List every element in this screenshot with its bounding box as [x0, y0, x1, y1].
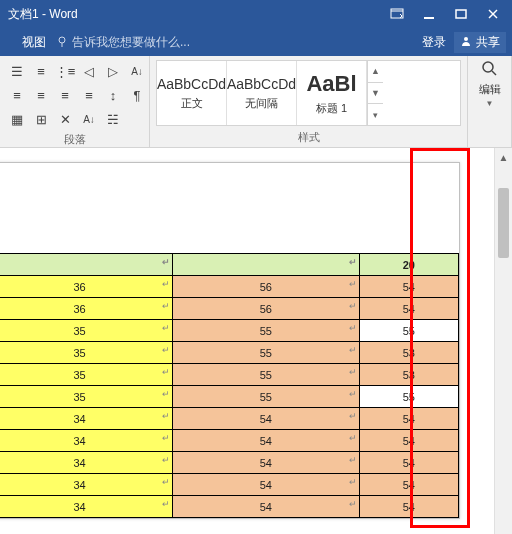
gallery-up-icon[interactable]: ▲ — [368, 61, 383, 83]
cell: 56↵ — [173, 276, 359, 298]
table-row: 538↵34↵54↵54 — [0, 496, 459, 518]
cell: 55↵ — [173, 364, 359, 386]
style-preview: AaBbCcDd — [157, 76, 226, 92]
cell: 54↵ — [173, 474, 359, 496]
borders-icon[interactable]: ⊞ — [30, 108, 52, 130]
line-spacing-icon[interactable]: ↕ — [102, 84, 124, 106]
share-label: 共享 — [476, 34, 500, 51]
edit-button[interactable]: 编辑 ▼ — [479, 60, 501, 108]
style-name: 无间隔 — [245, 96, 278, 111]
cell: 36↵ — [0, 276, 173, 298]
style-preview: AaBbCcDd — [227, 76, 296, 92]
vertical-scrollbar[interactable]: ▲ — [494, 148, 512, 534]
table-row: 539↵35↵55↵55 — [0, 320, 459, 342]
edit-label: 编辑 — [479, 82, 501, 97]
tell-me-placeholder: 告诉我您想要做什么... — [72, 34, 190, 51]
styles-gallery[interactable]: AaBbCcDd 正文 AaBbCcDd 无间隔 AaBl 标题 1 ▲ ▼ ▾ — [156, 60, 461, 126]
shading-icon[interactable]: ▦ — [6, 108, 28, 130]
table-row: 540↵36↵56↵54 — [0, 276, 459, 298]
share-button[interactable]: 共享 — [454, 32, 506, 53]
svg-point-6 — [59, 37, 65, 43]
styles-group-label: 样式 — [156, 128, 461, 145]
tabbar-right: 登录 共享 — [422, 32, 506, 53]
cell: 54↵ — [173, 430, 359, 452]
multilevel-icon[interactable]: ⋮≡ — [54, 60, 76, 82]
cell: 55↵ — [173, 342, 359, 364]
chevron-down-icon: ▼ — [486, 99, 494, 108]
style-preview: AaBl — [306, 71, 356, 97]
cell: 36↵ — [0, 298, 173, 320]
style-heading1[interactable]: AaBl 标题 1 — [297, 61, 367, 125]
tab-view[interactable]: 视图 — [12, 28, 56, 56]
cell: 35↵ — [0, 342, 173, 364]
cell: 34↵ — [0, 430, 173, 452]
scroll-up-icon[interactable]: ▲ — [495, 148, 512, 166]
table-row: 539↵35↵55↵53 — [0, 342, 459, 364]
align-right-icon[interactable]: ≡ — [54, 84, 76, 106]
misc4-icon[interactable] — [126, 108, 148, 130]
col-header: 20 — [359, 254, 458, 276]
cell: 34↵ — [0, 452, 173, 474]
numbering-icon[interactable]: ≡ — [30, 60, 52, 82]
cell: 54 — [359, 408, 458, 430]
table-row: 539↵35↵55↵53 — [0, 364, 459, 386]
cell: 54 — [359, 276, 458, 298]
paragraph-group-label: 段落 — [6, 130, 143, 147]
table-row: 538↵34↵54↵54 — [0, 430, 459, 452]
cell: 34↵ — [0, 474, 173, 496]
cell: 34↵ — [0, 408, 173, 430]
table-row: 539↵35↵55↵55 — [0, 386, 459, 408]
misc1-icon[interactable]: ✕ — [54, 108, 76, 130]
window-title: 文档1 - Word — [4, 6, 390, 23]
cell: 54 — [359, 496, 458, 518]
ribbon-tabs: 视图 告诉我您想要做什么... 登录 共享 — [0, 28, 512, 56]
ribbon-group-styles: AaBbCcDd 正文 AaBbCcDd 无间隔 AaBl 标题 1 ▲ ▼ ▾… — [150, 56, 468, 147]
style-name: 标题 1 — [316, 101, 347, 116]
style-no-spacing[interactable]: AaBbCcDd 无间隔 — [227, 61, 297, 125]
ribbon-options-icon[interactable] — [390, 7, 404, 21]
cell: 54↵ — [173, 496, 359, 518]
misc2-icon[interactable]: A↓ — [78, 108, 100, 130]
login-link[interactable]: 登录 — [422, 34, 446, 51]
tell-me-field[interactable]: 告诉我您想要做什么... — [56, 34, 422, 51]
search-icon — [481, 60, 499, 80]
justify-icon[interactable]: ≡ — [78, 84, 100, 106]
misc3-icon[interactable]: ☵ — [102, 108, 124, 130]
maximize-icon[interactable] — [454, 7, 468, 21]
cell: 34↵ — [0, 496, 173, 518]
style-normal[interactable]: AaBbCcDd 正文 — [157, 61, 227, 125]
ribbon-group-paragraph: ☰ ≡ ⋮≡ ◁ ▷ A↓ ≡ ≡ ≡ ≡ ↕ ¶ ▦ ⊞ ✕ A↓ ☵ 段落 — [0, 56, 150, 147]
cell: 54 — [359, 474, 458, 496]
table-row: 538↵34↵54↵54 — [0, 408, 459, 430]
svg-point-10 — [483, 62, 493, 72]
indent-left-icon[interactable]: ◁ — [78, 60, 100, 82]
col-header: ↵ — [173, 254, 359, 276]
cell: 35↵ — [0, 386, 173, 408]
title-bar: 文档1 - Word — [0, 0, 512, 28]
cell: 55 — [359, 320, 458, 342]
gallery-down-icon[interactable]: ▼ — [368, 83, 383, 105]
svg-rect-3 — [456, 10, 466, 18]
scroll-thumb[interactable] — [498, 188, 509, 258]
page: 2014↵ ↵ ↵ 20 540↵36↵56↵54540↵36↵56↵54539… — [0, 162, 460, 519]
close-icon[interactable] — [486, 7, 500, 21]
indent-right-icon[interactable]: ▷ — [102, 60, 124, 82]
bulb-icon — [56, 35, 68, 50]
paragraph-buttons: ☰ ≡ ⋮≡ ◁ ▷ A↓ ≡ ≡ ≡ ≡ ↕ ¶ ▦ ⊞ ✕ A↓ ☵ — [6, 60, 143, 130]
align-left-icon[interactable]: ≡ — [6, 84, 28, 106]
sort-icon[interactable]: A↓ — [126, 60, 148, 82]
cell: 54↵ — [173, 452, 359, 474]
gallery-more-icon[interactable]: ▾ — [368, 104, 383, 125]
cell: 55↵ — [173, 386, 359, 408]
table-row: 538↵34↵54↵54 — [0, 474, 459, 496]
document-area[interactable]: 2014↵ ↵ ↵ 20 540↵36↵56↵54540↵36↵56↵54539… — [0, 148, 512, 534]
show-marks-icon[interactable]: ¶ — [126, 84, 148, 106]
bullets-icon[interactable]: ☰ — [6, 60, 28, 82]
cell: 55 — [359, 386, 458, 408]
cell: 54↵ — [173, 408, 359, 430]
align-center-icon[interactable]: ≡ — [30, 84, 52, 106]
col-header: ↵ — [0, 254, 173, 276]
table-row: 538↵34↵54↵54 — [0, 452, 459, 474]
minimize-icon[interactable] — [422, 7, 436, 21]
cell: 53 — [359, 342, 458, 364]
